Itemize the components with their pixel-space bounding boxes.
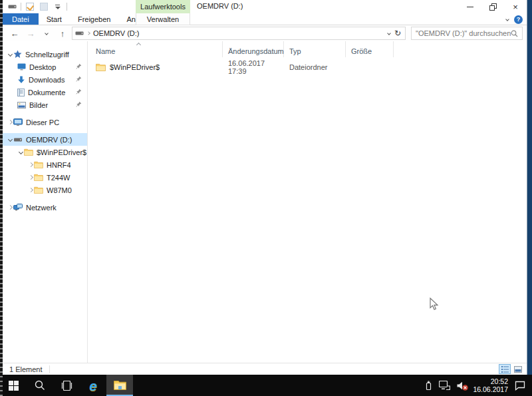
back-button[interactable]: ← [8,27,21,40]
sidebar-item-w87m0[interactable]: W87M0 [3,184,87,196]
drive-icon [13,137,23,142]
tab-verwalten[interactable]: Verwalten [136,13,190,25]
tab-freigeben[interactable]: Freigeben [70,13,119,25]
chevron-down-icon [45,31,49,35]
details-view-button[interactable] [499,364,511,374]
sidebar-item-label: HNRF4 [47,161,71,169]
column-header-type[interactable]: Typ [284,41,346,57]
sidebar-item-label: Schnellzugriff [25,51,69,59]
sidebar-item-label: Dokumente [28,89,65,97]
pin-icon [76,76,82,82]
taskbar-clock[interactable]: 20:52 16.06.2017 [473,377,508,393]
collapsed-chevron-icon[interactable] [28,162,33,167]
item-count: 1 Element [3,365,49,373]
sidebar-item-dieser-pc[interactable]: Dieser PC [3,116,87,128]
column-header-name[interactable]: Name [88,41,223,57]
window-controls: × [459,0,527,13]
expanded-chevron-icon[interactable] [7,137,12,142]
navigation-pane: Schnellzugriff Desktop Downloads Dokumen… [3,41,88,363]
collapsed-chevron-icon[interactable] [7,205,12,210]
task-view-icon [61,381,72,391]
system-tray: 20:52 16.06.2017 [425,375,532,396]
star-icon [13,50,22,59]
search-icon [35,380,45,391]
sidebar-item-bilder[interactable]: Bilder [3,99,87,111]
restore-icon [489,3,497,11]
file-row-winpedriver[interactable]: $WinPEDriver$ 16.06.2017 17:39 Dateiordn… [88,60,527,75]
breadcrumb-chevron-icon [86,31,90,35]
start-button[interactable] [0,375,27,396]
tab-datei[interactable]: Datei [3,13,39,25]
clock-time: 20:52 [473,377,508,385]
pin-icon [76,101,82,107]
up-button[interactable]: ↑ [56,27,69,40]
close-button[interactable]: × [504,0,527,13]
sidebar-item-downloads[interactable]: Downloads [3,73,87,86]
column-header-size[interactable]: Größe [346,41,394,57]
folder-icon [24,148,33,156]
address-bar-row: ← → ↑ OEMDRV (D:) ↻ "OEMDRV (D:)" durchs… [3,25,527,41]
sidebar-item-quick-access[interactable]: Schnellzugriff [3,48,87,61]
expand-ribbon-icon[interactable] [505,17,509,21]
network-status-icon[interactable] [439,381,450,390]
usb-device-icon[interactable] [425,380,432,391]
tab-start[interactable]: Start [39,13,70,25]
new-folder-button[interactable] [39,2,49,11]
sidebar-item-oemdrv-drive[interactable]: OEMDRV (D:) [3,133,87,146]
status-bar: 1 Element [3,363,527,375]
folder-icon [96,63,106,71]
properties-button[interactable] [25,2,35,11]
desktop-icon [17,63,26,71]
refresh-button[interactable]: ↻ [394,29,401,38]
mouse-cursor [430,297,439,311]
check-icon [26,3,34,11]
separator [66,3,67,11]
folder-icon [34,161,43,168]
document-icon [17,89,25,97]
collapsed-chevron-icon[interactable] [28,188,33,192]
sidebar-item-label: T244W [47,174,70,182]
sidebar-item-label: Dieser PC [26,118,59,126]
sidebar-item-dokumente[interactable]: Dokumente [3,86,87,99]
volume-muted-icon[interactable] [457,381,466,390]
collapsed-chevron-icon[interactable] [28,175,33,180]
sidebar-item-label: OEMDRV (D:) [26,136,72,144]
windows-logo-icon [9,381,19,391]
help-button[interactable]: ? [514,15,523,24]
title-bar: Laufwerktools OEMDRV (D:) × [3,0,527,13]
internet-explorer-button[interactable]: e [80,375,106,396]
customize-toolbar-button[interactable] [53,2,63,11]
window-title: OEMDRV (D:) [197,2,243,10]
file-name-cell[interactable]: $WinPEDriver$ [88,63,223,71]
sidebar-item-t244w[interactable]: T244W [3,171,87,184]
sidebar-item-desktop[interactable]: Desktop [3,61,87,73]
collapsed-chevron-icon[interactable] [7,120,12,124]
drive-icon [7,2,17,11]
minimize-button[interactable] [459,0,481,13]
file-explorer-button[interactable] [106,375,133,396]
pin-icon [76,89,82,95]
screen-edge-strip [0,0,3,396]
breadcrumb[interactable]: OEMDRV (D:) [93,29,384,37]
sidebar-item-winpedriver[interactable]: $WinPEDriver$ [3,146,87,158]
column-header-modified[interactable]: Änderungsdatum [223,41,284,57]
expanded-chevron-icon[interactable] [18,150,23,154]
forward-button[interactable]: → [24,27,37,40]
address-box[interactable]: OEMDRV (D:) ↻ [72,27,406,40]
clock-date: 16.06.2017 [473,385,508,393]
recent-locations-button[interactable] [40,27,53,40]
sidebar-item-netzwerk[interactable]: Netzwerk [3,201,87,214]
file-explorer-icon [114,380,126,390]
thumbnails-view-button[interactable] [512,364,524,374]
sidebar-item-label: $WinPEDriver$ [37,148,86,156]
expanded-chevron-icon[interactable] [7,52,12,57]
taskbar-search-button[interactable] [27,375,53,396]
sidebar-item-hnrf4[interactable]: HNRF4 [3,158,87,171]
address-dropdown-icon[interactable] [387,31,391,35]
action-center-icon[interactable] [515,381,525,391]
sidebar-item-label: Downloads [29,76,65,84]
search-box[interactable]: "OEMDRV (D:)" durchsuchen [411,27,523,40]
task-view-button[interactable] [53,375,80,396]
search-icon [511,30,518,37]
restore-button[interactable] [481,0,504,13]
